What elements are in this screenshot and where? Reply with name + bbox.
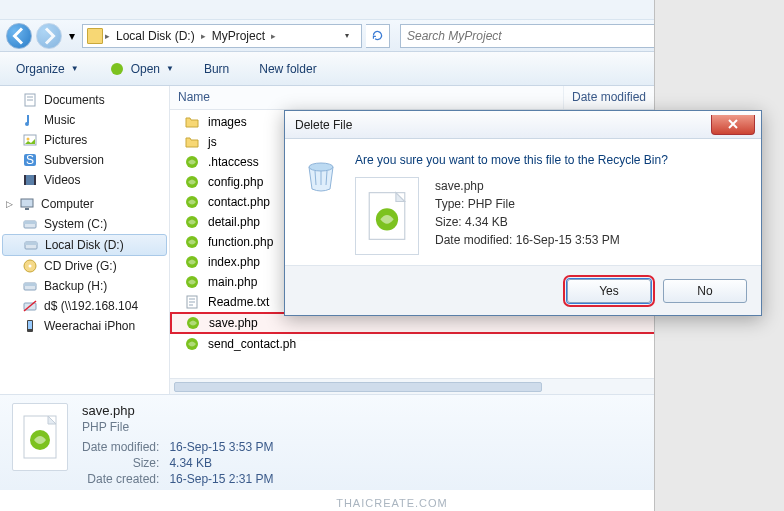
sidebar-item-drive[interactable]: CD Drive (G:) bbox=[0, 256, 169, 276]
chevron-right-icon: ▸ bbox=[201, 31, 206, 41]
file-name: .htaccess bbox=[208, 155, 259, 169]
svg-point-20 bbox=[27, 138, 30, 141]
sidebar-item-library[interactable]: SSubversion bbox=[0, 150, 169, 170]
newfolder-button[interactable]: New folder bbox=[253, 58, 322, 80]
sidebar-item-label: System (C:) bbox=[44, 217, 107, 231]
dreamweaver-icon bbox=[109, 61, 125, 77]
organize-button[interactable]: Organize▼ bbox=[10, 58, 85, 80]
sidebar-item-drive[interactable]: d$ (\\192.168.104 bbox=[0, 296, 169, 316]
sidebar-item-label: Subversion bbox=[44, 153, 104, 167]
burn-button[interactable]: Burn bbox=[198, 58, 235, 80]
sidebar-item-drive[interactable]: System (C:) bbox=[0, 214, 169, 234]
file-name: contact.php bbox=[208, 195, 270, 209]
dialog-title: Delete File bbox=[295, 118, 352, 132]
file-name: images bbox=[208, 115, 247, 129]
sidebar-item-label: d$ (\\192.168.104 bbox=[44, 299, 138, 313]
sidebar-item-label: Music bbox=[44, 113, 75, 127]
sidebar-item-library[interactable]: Documents bbox=[0, 90, 169, 110]
dreamweaver-file-icon bbox=[22, 414, 58, 460]
col-name[interactable]: Name bbox=[170, 86, 564, 109]
sidebar-item-label: CD Drive (G:) bbox=[44, 259, 117, 273]
dialog-file-type: Type: PHP File bbox=[435, 195, 620, 213]
sidebar: DocumentsMusicPicturesSSubversionVideos▷… bbox=[0, 86, 170, 394]
back-button[interactable] bbox=[6, 23, 32, 49]
scrollbar-thumb[interactable] bbox=[174, 382, 542, 392]
file-name: function.php bbox=[208, 235, 273, 249]
dialog-close-button[interactable] bbox=[711, 115, 755, 135]
forward-button[interactable] bbox=[36, 23, 62, 49]
sidebar-item-library[interactable]: Music bbox=[0, 110, 169, 130]
sidebar-item-label: Pictures bbox=[44, 133, 87, 147]
svg-rect-27 bbox=[25, 208, 29, 210]
sidebar-item-library[interactable]: Videos bbox=[0, 170, 169, 190]
file-name: save.php bbox=[209, 316, 258, 330]
svg-point-6 bbox=[111, 63, 123, 75]
dialog-titlebar[interactable]: Delete File bbox=[285, 111, 761, 139]
burn-label: Burn bbox=[204, 62, 229, 76]
dialog-question: Are you sure you want to move this file … bbox=[355, 153, 745, 167]
refresh-button[interactable] bbox=[366, 24, 390, 48]
svg-rect-24 bbox=[24, 175, 26, 185]
details-title: save.php bbox=[82, 403, 273, 418]
sidebar-header-label: Computer bbox=[41, 197, 94, 211]
file-name: detail.php bbox=[208, 215, 260, 229]
yes-button[interactable]: Yes bbox=[567, 279, 651, 303]
svg-rect-25 bbox=[34, 175, 36, 185]
recycle-bin-icon bbox=[301, 153, 341, 193]
file-name: main.php bbox=[208, 275, 257, 289]
file-name: send_contact.ph bbox=[208, 337, 296, 351]
file-name: index.php bbox=[208, 255, 260, 269]
dialog-buttons: Yes No bbox=[285, 265, 761, 315]
svg-text:S: S bbox=[26, 153, 34, 167]
svg-point-57 bbox=[309, 163, 333, 171]
newfolder-label: New folder bbox=[259, 62, 316, 76]
sidebar-item-label: Weerachai iPhon bbox=[44, 319, 135, 333]
dialog-file-size: Size: 4.34 KB bbox=[435, 213, 620, 231]
file-thumbnail bbox=[12, 403, 68, 471]
sidebar-item-drive[interactable]: Weerachai iPhon bbox=[0, 316, 169, 336]
dialog-file-date: Date modified: 16-Sep-15 3:53 PM bbox=[435, 231, 620, 249]
svg-rect-31 bbox=[25, 242, 37, 245]
drive-icon bbox=[87, 28, 103, 44]
sidebar-item-drive[interactable]: Local Disk (D:) bbox=[2, 234, 167, 256]
breadcrumb-item[interactable]: Local Disk (D:) bbox=[112, 29, 199, 43]
svg-rect-35 bbox=[24, 283, 36, 286]
dialog-body: Are you sure you want to move this file … bbox=[285, 139, 761, 265]
dialog-file-name: save.php bbox=[435, 177, 620, 195]
chevron-right-icon: ▸ bbox=[271, 31, 276, 41]
sidebar-computer-header[interactable]: ▷Computer bbox=[0, 190, 169, 214]
breadcrumb[interactable]: ▸ Local Disk (D:) ▸ MyProject ▸ ▾ bbox=[82, 24, 362, 48]
history-dropdown[interactable]: ▾ bbox=[66, 23, 78, 49]
no-button[interactable]: No bbox=[663, 279, 747, 303]
sidebar-item-label: Videos bbox=[44, 173, 80, 187]
organize-label: Organize bbox=[16, 62, 65, 76]
details-value: 16-Sep-15 3:53 PM bbox=[169, 440, 273, 454]
details-meta: save.php PHP File Date modified:16-Sep-1… bbox=[82, 403, 273, 482]
sidebar-item-label: Local Disk (D:) bbox=[45, 238, 124, 252]
details-value: 4.34 KB bbox=[169, 456, 273, 470]
watermark: THAICREATE.COM bbox=[0, 497, 784, 509]
file-name: Readme.txt bbox=[208, 295, 269, 309]
chevron-right-icon: ▸ bbox=[105, 31, 110, 41]
sidebar-item-label: Backup (H:) bbox=[44, 279, 107, 293]
sidebar-item-label: Documents bbox=[44, 93, 105, 107]
details-label: Date modified: bbox=[82, 440, 159, 454]
open-button[interactable]: Open▼ bbox=[103, 57, 180, 81]
svg-rect-29 bbox=[24, 221, 36, 224]
breadcrumb-item[interactable]: MyProject bbox=[208, 29, 269, 43]
delete-dialog: Delete File Are you sure you want to mov… bbox=[284, 110, 762, 316]
svg-rect-39 bbox=[28, 321, 32, 329]
svg-point-18 bbox=[25, 122, 29, 126]
details-value: 16-Sep-15 2:31 PM bbox=[169, 472, 273, 486]
file-name: js bbox=[208, 135, 217, 149]
sidebar-item-drive[interactable]: Backup (H:) bbox=[0, 276, 169, 296]
breadcrumb-dropdown[interactable]: ▾ bbox=[345, 31, 357, 40]
dialog-file-thumbnail bbox=[355, 177, 419, 255]
details-subtitle: PHP File bbox=[82, 420, 273, 434]
svg-point-33 bbox=[29, 265, 32, 268]
details-label: Date created: bbox=[82, 472, 159, 486]
details-label: Size: bbox=[82, 456, 159, 470]
file-name: config.php bbox=[208, 175, 263, 189]
sidebar-item-library[interactable]: Pictures bbox=[0, 130, 169, 150]
svg-rect-26 bbox=[21, 199, 33, 207]
